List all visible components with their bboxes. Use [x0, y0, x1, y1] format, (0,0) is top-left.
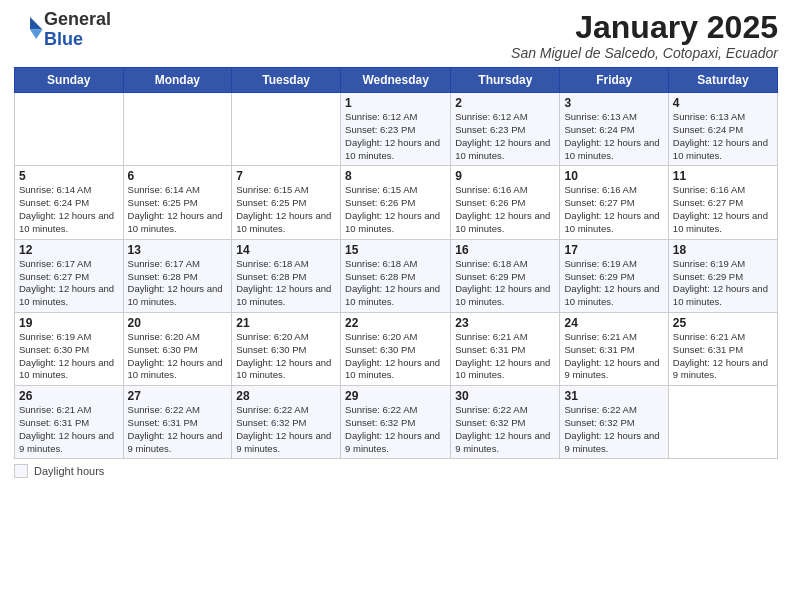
day-number: 12	[19, 243, 119, 257]
day-info: Sunrise: 6:15 AM Sunset: 6:26 PM Dayligh…	[345, 184, 446, 235]
calendar-cell: 27Sunrise: 6:22 AM Sunset: 6:31 PM Dayli…	[123, 386, 232, 459]
calendar-day-header: Saturday	[668, 68, 777, 93]
calendar-cell: 18Sunrise: 6:19 AM Sunset: 6:29 PM Dayli…	[668, 239, 777, 312]
svg-marker-1	[30, 29, 42, 38]
day-info: Sunrise: 6:12 AM Sunset: 6:23 PM Dayligh…	[345, 111, 446, 162]
calendar-cell: 5Sunrise: 6:14 AM Sunset: 6:24 PM Daylig…	[15, 166, 124, 239]
calendar-cell: 1Sunrise: 6:12 AM Sunset: 6:23 PM Daylig…	[341, 93, 451, 166]
day-number: 1	[345, 96, 446, 110]
legend-label: Daylight hours	[34, 465, 104, 477]
calendar-cell: 2Sunrise: 6:12 AM Sunset: 6:23 PM Daylig…	[451, 93, 560, 166]
calendar-cell: 8Sunrise: 6:15 AM Sunset: 6:26 PM Daylig…	[341, 166, 451, 239]
day-info: Sunrise: 6:12 AM Sunset: 6:23 PM Dayligh…	[455, 111, 555, 162]
day-number: 18	[673, 243, 773, 257]
day-info: Sunrise: 6:18 AM Sunset: 6:28 PM Dayligh…	[236, 258, 336, 309]
day-number: 29	[345, 389, 446, 403]
day-info: Sunrise: 6:18 AM Sunset: 6:28 PM Dayligh…	[345, 258, 446, 309]
day-number: 16	[455, 243, 555, 257]
day-info: Sunrise: 6:21 AM Sunset: 6:31 PM Dayligh…	[19, 404, 119, 455]
logo-icon	[16, 14, 44, 42]
calendar-cell: 7Sunrise: 6:15 AM Sunset: 6:25 PM Daylig…	[232, 166, 341, 239]
calendar-header-row: SundayMondayTuesdayWednesdayThursdayFrid…	[15, 68, 778, 93]
day-info: Sunrise: 6:15 AM Sunset: 6:25 PM Dayligh…	[236, 184, 336, 235]
calendar-week-row: 12Sunrise: 6:17 AM Sunset: 6:27 PM Dayli…	[15, 239, 778, 312]
calendar-cell	[668, 386, 777, 459]
day-info: Sunrise: 6:16 AM Sunset: 6:27 PM Dayligh…	[564, 184, 663, 235]
logo: General Blue	[14, 10, 111, 50]
calendar-day-header: Sunday	[15, 68, 124, 93]
day-number: 23	[455, 316, 555, 330]
day-number: 21	[236, 316, 336, 330]
logo-general: General	[44, 9, 111, 29]
day-info: Sunrise: 6:22 AM Sunset: 6:32 PM Dayligh…	[455, 404, 555, 455]
day-number: 26	[19, 389, 119, 403]
day-info: Sunrise: 6:21 AM Sunset: 6:31 PM Dayligh…	[673, 331, 773, 382]
calendar-cell: 6Sunrise: 6:14 AM Sunset: 6:25 PM Daylig…	[123, 166, 232, 239]
day-number: 30	[455, 389, 555, 403]
svg-marker-0	[30, 17, 42, 29]
day-info: Sunrise: 6:22 AM Sunset: 6:31 PM Dayligh…	[128, 404, 228, 455]
day-number: 27	[128, 389, 228, 403]
calendar-cell: 30Sunrise: 6:22 AM Sunset: 6:32 PM Dayli…	[451, 386, 560, 459]
calendar-cell: 23Sunrise: 6:21 AM Sunset: 6:31 PM Dayli…	[451, 312, 560, 385]
calendar-cell: 28Sunrise: 6:22 AM Sunset: 6:32 PM Dayli…	[232, 386, 341, 459]
calendar-cell	[123, 93, 232, 166]
calendar-week-row: 5Sunrise: 6:14 AM Sunset: 6:24 PM Daylig…	[15, 166, 778, 239]
day-number: 6	[128, 169, 228, 183]
calendar-cell: 16Sunrise: 6:18 AM Sunset: 6:29 PM Dayli…	[451, 239, 560, 312]
legend: Daylight hours	[14, 464, 778, 478]
day-info: Sunrise: 6:14 AM Sunset: 6:25 PM Dayligh…	[128, 184, 228, 235]
day-info: Sunrise: 6:20 AM Sunset: 6:30 PM Dayligh…	[128, 331, 228, 382]
calendar-cell: 9Sunrise: 6:16 AM Sunset: 6:26 PM Daylig…	[451, 166, 560, 239]
day-number: 14	[236, 243, 336, 257]
calendar-cell: 3Sunrise: 6:13 AM Sunset: 6:24 PM Daylig…	[560, 93, 668, 166]
calendar-day-header: Monday	[123, 68, 232, 93]
calendar-cell: 13Sunrise: 6:17 AM Sunset: 6:28 PM Dayli…	[123, 239, 232, 312]
calendar-day-header: Wednesday	[341, 68, 451, 93]
calendar-cell: 11Sunrise: 6:16 AM Sunset: 6:27 PM Dayli…	[668, 166, 777, 239]
day-number: 4	[673, 96, 773, 110]
day-number: 17	[564, 243, 663, 257]
day-info: Sunrise: 6:18 AM Sunset: 6:29 PM Dayligh…	[455, 258, 555, 309]
day-info: Sunrise: 6:16 AM Sunset: 6:26 PM Dayligh…	[455, 184, 555, 235]
calendar-cell: 20Sunrise: 6:20 AM Sunset: 6:30 PM Dayli…	[123, 312, 232, 385]
logo-blue: Blue	[44, 29, 83, 49]
day-number: 7	[236, 169, 336, 183]
day-info: Sunrise: 6:22 AM Sunset: 6:32 PM Dayligh…	[345, 404, 446, 455]
calendar-day-header: Friday	[560, 68, 668, 93]
day-number: 9	[455, 169, 555, 183]
day-number: 11	[673, 169, 773, 183]
day-info: Sunrise: 6:14 AM Sunset: 6:24 PM Dayligh…	[19, 184, 119, 235]
day-number: 25	[673, 316, 773, 330]
day-info: Sunrise: 6:21 AM Sunset: 6:31 PM Dayligh…	[455, 331, 555, 382]
calendar-week-row: 26Sunrise: 6:21 AM Sunset: 6:31 PM Dayli…	[15, 386, 778, 459]
day-info: Sunrise: 6:13 AM Sunset: 6:24 PM Dayligh…	[564, 111, 663, 162]
calendar-day-header: Thursday	[451, 68, 560, 93]
day-number: 31	[564, 389, 663, 403]
day-number: 8	[345, 169, 446, 183]
calendar-cell: 31Sunrise: 6:22 AM Sunset: 6:32 PM Dayli…	[560, 386, 668, 459]
calendar-cell: 29Sunrise: 6:22 AM Sunset: 6:32 PM Dayli…	[341, 386, 451, 459]
day-number: 3	[564, 96, 663, 110]
calendar-cell: 17Sunrise: 6:19 AM Sunset: 6:29 PM Dayli…	[560, 239, 668, 312]
calendar-cell: 10Sunrise: 6:16 AM Sunset: 6:27 PM Dayli…	[560, 166, 668, 239]
header: General Blue January 2025 San Miguel de …	[14, 10, 778, 61]
day-number: 28	[236, 389, 336, 403]
day-info: Sunrise: 6:22 AM Sunset: 6:32 PM Dayligh…	[564, 404, 663, 455]
calendar-cell: 21Sunrise: 6:20 AM Sunset: 6:30 PM Dayli…	[232, 312, 341, 385]
month-title: January 2025	[511, 10, 778, 45]
logo-text: General Blue	[44, 10, 111, 50]
calendar-cell	[15, 93, 124, 166]
day-number: 22	[345, 316, 446, 330]
day-info: Sunrise: 6:19 AM Sunset: 6:29 PM Dayligh…	[673, 258, 773, 309]
calendar-cell	[232, 93, 341, 166]
day-info: Sunrise: 6:17 AM Sunset: 6:27 PM Dayligh…	[19, 258, 119, 309]
page: General Blue January 2025 San Miguel de …	[0, 0, 792, 612]
location-subtitle: San Miguel de Salcedo, Cotopaxi, Ecuador	[511, 45, 778, 61]
day-number: 5	[19, 169, 119, 183]
calendar-cell: 4Sunrise: 6:13 AM Sunset: 6:24 PM Daylig…	[668, 93, 777, 166]
calendar-week-row: 1Sunrise: 6:12 AM Sunset: 6:23 PM Daylig…	[15, 93, 778, 166]
calendar-cell: 12Sunrise: 6:17 AM Sunset: 6:27 PM Dayli…	[15, 239, 124, 312]
calendar-day-header: Tuesday	[232, 68, 341, 93]
calendar-table: SundayMondayTuesdayWednesdayThursdayFrid…	[14, 67, 778, 459]
